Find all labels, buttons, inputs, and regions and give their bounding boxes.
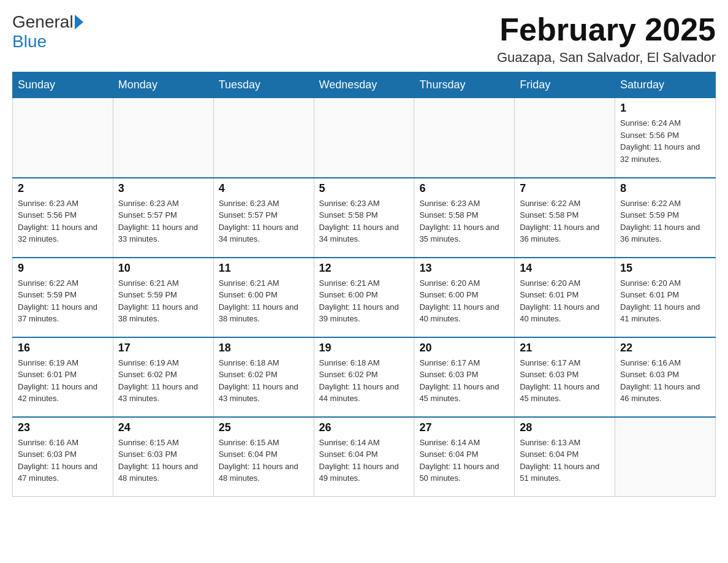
day-info: Sunrise: 6:22 AMSunset: 5:59 PMDaylight:… xyxy=(620,197,710,245)
calendar-cell: 17Sunrise: 6:19 AMSunset: 6:02 PMDayligh… xyxy=(113,337,213,417)
day-number: 21 xyxy=(520,342,610,354)
week-row-2: 2Sunrise: 6:23 AMSunset: 5:56 PMDaylight… xyxy=(13,178,716,258)
calendar-cell: 22Sunrise: 6:16 AMSunset: 6:03 PMDayligh… xyxy=(615,337,716,417)
day-number: 17 xyxy=(118,342,208,354)
calendar-cell: 28Sunrise: 6:13 AMSunset: 6:04 PMDayligh… xyxy=(515,417,615,497)
logo-general-text: General xyxy=(12,12,74,32)
logo-blue-text: Blue xyxy=(12,32,47,51)
day-info: Sunrise: 6:23 AMSunset: 5:58 PMDaylight:… xyxy=(319,197,409,245)
day-info: Sunrise: 6:21 AMSunset: 5:59 PMDaylight:… xyxy=(118,277,208,325)
day-number: 27 xyxy=(419,421,509,434)
weekday-header-friday: Friday xyxy=(515,72,615,98)
weekday-header-saturday: Saturday xyxy=(615,72,716,98)
calendar-cell: 25Sunrise: 6:15 AMSunset: 6:04 PMDayligh… xyxy=(213,417,314,497)
calendar-cell xyxy=(314,98,414,178)
day-number: 10 xyxy=(118,262,208,275)
weekday-header-thursday: Thursday xyxy=(414,72,515,98)
week-row-1: 1Sunrise: 6:24 AMSunset: 5:56 PMDaylight… xyxy=(13,98,716,178)
calendar-cell: 18Sunrise: 6:18 AMSunset: 6:02 PMDayligh… xyxy=(213,337,314,417)
day-info: Sunrise: 6:14 AMSunset: 6:04 PMDaylight:… xyxy=(319,437,409,484)
day-number: 9 xyxy=(18,262,108,275)
calendar-cell: 24Sunrise: 6:15 AMSunset: 6:03 PMDayligh… xyxy=(113,417,213,497)
calendar-cell: 23Sunrise: 6:16 AMSunset: 6:03 PMDayligh… xyxy=(13,417,113,497)
day-number: 13 xyxy=(419,262,509,275)
calendar-cell: 26Sunrise: 6:14 AMSunset: 6:04 PMDayligh… xyxy=(314,417,414,497)
calendar-cell xyxy=(515,98,615,178)
calendar-cell: 10Sunrise: 6:21 AMSunset: 5:59 PMDayligh… xyxy=(113,258,213,337)
day-info: Sunrise: 6:20 AMSunset: 6:01 PMDaylight:… xyxy=(520,277,610,325)
month-title: February 2025 xyxy=(497,12,716,47)
day-info: Sunrise: 6:23 AMSunset: 5:57 PMDaylight:… xyxy=(118,197,208,245)
day-number: 15 xyxy=(620,262,710,275)
calendar-cell xyxy=(13,98,113,178)
day-number: 19 xyxy=(319,342,409,354)
day-number: 20 xyxy=(419,342,509,354)
calendar-cell: 16Sunrise: 6:19 AMSunset: 6:01 PMDayligh… xyxy=(13,337,113,417)
day-info: Sunrise: 6:15 AMSunset: 6:04 PMDaylight:… xyxy=(219,437,309,484)
calendar-cell: 20Sunrise: 6:17 AMSunset: 6:03 PMDayligh… xyxy=(414,337,515,417)
day-number: 5 xyxy=(319,182,409,195)
day-info: Sunrise: 6:22 AMSunset: 5:58 PMDaylight:… xyxy=(520,197,610,245)
day-number: 16 xyxy=(18,342,108,354)
day-info: Sunrise: 6:17 AMSunset: 6:03 PMDaylight:… xyxy=(520,357,610,405)
day-info: Sunrise: 6:21 AMSunset: 6:00 PMDaylight:… xyxy=(219,277,309,325)
day-number: 28 xyxy=(520,421,610,434)
calendar-cell: 3Sunrise: 6:23 AMSunset: 5:57 PMDaylight… xyxy=(113,178,213,258)
day-number: 1 xyxy=(620,102,710,115)
day-info: Sunrise: 6:16 AMSunset: 6:03 PMDaylight:… xyxy=(620,357,710,405)
day-number: 6 xyxy=(419,182,509,195)
day-info: Sunrise: 6:17 AMSunset: 6:03 PMDaylight:… xyxy=(419,357,509,405)
day-info: Sunrise: 6:23 AMSunset: 5:58 PMDaylight:… xyxy=(419,197,509,245)
day-info: Sunrise: 6:22 AMSunset: 5:59 PMDaylight:… xyxy=(18,277,108,325)
calendar-cell: 2Sunrise: 6:23 AMSunset: 5:56 PMDaylight… xyxy=(13,178,113,258)
day-info: Sunrise: 6:20 AMSunset: 6:00 PMDaylight:… xyxy=(419,277,509,325)
day-info: Sunrise: 6:16 AMSunset: 6:03 PMDaylight:… xyxy=(18,437,108,484)
day-number: 25 xyxy=(219,421,309,434)
day-number: 11 xyxy=(219,262,309,275)
day-info: Sunrise: 6:19 AMSunset: 6:02 PMDaylight:… xyxy=(118,357,208,405)
weekday-header-tuesday: Tuesday xyxy=(213,72,314,98)
calendar-cell: 27Sunrise: 6:14 AMSunset: 6:04 PMDayligh… xyxy=(414,417,515,497)
day-info: Sunrise: 6:24 AMSunset: 5:56 PMDaylight:… xyxy=(620,117,710,165)
calendar-cell: 1Sunrise: 6:24 AMSunset: 5:56 PMDaylight… xyxy=(615,98,716,178)
week-row-4: 16Sunrise: 6:19 AMSunset: 6:01 PMDayligh… xyxy=(13,337,716,417)
day-number: 23 xyxy=(18,421,108,434)
day-number: 18 xyxy=(219,342,309,354)
calendar-cell: 14Sunrise: 6:20 AMSunset: 6:01 PMDayligh… xyxy=(515,258,615,337)
weekday-header-sunday: Sunday xyxy=(13,72,113,98)
calendar-cell: 4Sunrise: 6:23 AMSunset: 5:57 PMDaylight… xyxy=(213,178,314,258)
day-info: Sunrise: 6:14 AMSunset: 6:04 PMDaylight:… xyxy=(419,437,509,484)
day-info: Sunrise: 6:19 AMSunset: 6:01 PMDaylight:… xyxy=(18,357,108,405)
week-row-5: 23Sunrise: 6:16 AMSunset: 6:03 PMDayligh… xyxy=(13,417,716,497)
day-info: Sunrise: 6:15 AMSunset: 6:03 PMDaylight:… xyxy=(118,437,208,484)
title-section: February 2025 Guazapa, San Salvador, El … xyxy=(497,12,716,66)
logo-arrow-icon xyxy=(75,15,83,29)
day-number: 4 xyxy=(219,182,309,195)
calendar-cell xyxy=(414,98,515,178)
calendar-cell: 21Sunrise: 6:17 AMSunset: 6:03 PMDayligh… xyxy=(515,337,615,417)
day-number: 24 xyxy=(118,421,208,434)
calendar-cell: 13Sunrise: 6:20 AMSunset: 6:00 PMDayligh… xyxy=(414,258,515,337)
day-number: 12 xyxy=(319,262,409,275)
day-number: 8 xyxy=(620,182,710,195)
week-row-3: 9Sunrise: 6:22 AMSunset: 5:59 PMDaylight… xyxy=(13,258,716,337)
page-header: General Blue February 2025 Guazapa, San … xyxy=(12,12,716,66)
day-number: 14 xyxy=(520,262,610,275)
day-number: 3 xyxy=(118,182,208,195)
calendar-cell: 9Sunrise: 6:22 AMSunset: 5:59 PMDaylight… xyxy=(13,258,113,337)
weekday-header-monday: Monday xyxy=(113,72,213,98)
logo: General Blue xyxy=(12,12,85,52)
calendar-cell: 6Sunrise: 6:23 AMSunset: 5:58 PMDaylight… xyxy=(414,178,515,258)
day-number: 22 xyxy=(620,342,710,354)
day-info: Sunrise: 6:23 AMSunset: 5:57 PMDaylight:… xyxy=(219,197,309,245)
weekday-header-row: SundayMondayTuesdayWednesdayThursdayFrid… xyxy=(13,72,716,98)
calendar-cell: 12Sunrise: 6:21 AMSunset: 6:00 PMDayligh… xyxy=(314,258,414,337)
calendar-cell xyxy=(113,98,213,178)
day-info: Sunrise: 6:18 AMSunset: 6:02 PMDaylight:… xyxy=(219,357,309,405)
day-number: 26 xyxy=(319,421,409,434)
day-number: 7 xyxy=(520,182,610,195)
calendar-cell: 11Sunrise: 6:21 AMSunset: 6:00 PMDayligh… xyxy=(213,258,314,337)
calendar-cell xyxy=(213,98,314,178)
day-info: Sunrise: 6:13 AMSunset: 6:04 PMDaylight:… xyxy=(520,437,610,484)
calendar-cell: 15Sunrise: 6:20 AMSunset: 6:01 PMDayligh… xyxy=(615,258,716,337)
